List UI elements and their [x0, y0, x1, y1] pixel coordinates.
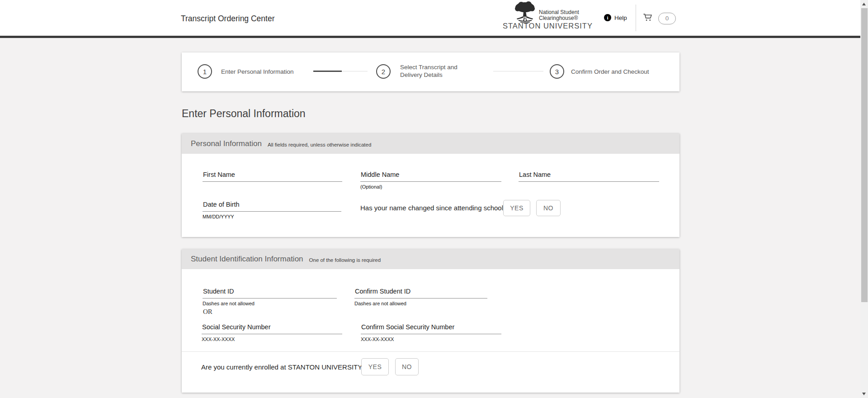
confirm-ssn-hint: XXX-XX-XXXX	[361, 336, 501, 342]
scrollbar-down-arrow-icon[interactable]	[862, 393, 866, 395]
last-name-field	[519, 171, 659, 182]
student-identification-note: One of the following is required	[309, 257, 381, 263]
step-1-label: Enter Personal Information	[221, 68, 294, 76]
confirm-ssn-input[interactable]	[361, 323, 501, 334]
school-name: STANTON UNIVERSITY	[503, 22, 593, 30]
student-id-hint: Dashes are not allowed	[203, 301, 337, 306]
step-2-label: Select Transcript and Delivery Details	[400, 64, 466, 79]
student-identification-card: Student Identification Information One o…	[182, 249, 679, 393]
cart-button[interactable]: 0	[642, 12, 676, 24]
step-3-number: 3	[555, 68, 559, 76]
step-3-circle: 3	[550, 64, 564, 79]
ssn-input[interactable]	[202, 323, 342, 334]
enrolled-no-button[interactable]: NO	[395, 358, 419, 375]
student-identification-title: Student Identification Information	[191, 255, 303, 264]
clearinghouse-logo-text: National Student Clearinghouse®	[539, 9, 579, 21]
step-2-circle: 2	[376, 64, 391, 79]
step-1-number: 1	[203, 68, 207, 76]
personal-information-header: Personal Information All fields required…	[182, 133, 679, 154]
enrolled-yes-button[interactable]: YES	[361, 358, 389, 375]
step-2-number: 2	[382, 68, 385, 76]
cart-count-badge: 0	[658, 13, 676, 24]
help-button[interactable]: i Help	[604, 14, 627, 21]
card-divider	[182, 351, 679, 352]
logo-line2: Clearinghouse®	[539, 15, 579, 21]
personal-information-card: Personal Information All fields required…	[182, 133, 679, 237]
ssn-field: XXX-XX-XXXX	[202, 323, 342, 342]
app-title: Transcript Ordering Center	[181, 14, 274, 24]
personal-information-note: All fields required, unless otherwise in…	[268, 142, 371, 147]
first-name-field	[203, 171, 342, 182]
confirm-student-id-field: Dashes are not allowed	[354, 287, 487, 306]
scrollbar-up-arrow-icon[interactable]	[862, 3, 866, 5]
step-connector-1	[342, 71, 368, 71]
info-icon: i	[604, 14, 611, 21]
middle-name-field: (Optional)	[360, 171, 501, 190]
date-of-birth-input[interactable]	[203, 201, 341, 212]
middle-name-hint: (Optional)	[360, 184, 501, 190]
student-identification-header: Student Identification Information One o…	[182, 249, 679, 269]
step-connector-2	[493, 71, 543, 71]
vertical-scrollbar[interactable]	[860, 0, 868, 398]
app-header: Transcript Ordering Center	[0, 0, 860, 38]
header-divider	[636, 5, 636, 31]
student-id-input[interactable]	[203, 288, 337, 298]
or-separator: OR	[203, 308, 212, 316]
help-label: Help	[614, 14, 627, 21]
date-of-birth-field: MM/DD/YYYY	[203, 200, 341, 219]
page-title: Enter Personal Information	[182, 108, 306, 120]
middle-name-input[interactable]	[360, 171, 501, 182]
progress-stepper: 1 Enter Personal Information 2 Select Tr…	[182, 52, 679, 91]
first-name-input[interactable]	[203, 171, 342, 182]
name-changed-yes-button[interactable]: YES	[503, 200, 530, 216]
student-id-field: Dashes are not allowed	[203, 287, 337, 306]
personal-information-title: Personal Information	[191, 139, 262, 148]
date-of-birth-hint: MM/DD/YYYY	[203, 214, 341, 219]
name-changed-no-button[interactable]: NO	[536, 200, 561, 216]
scrollbar-thumb[interactable]	[861, 8, 868, 302]
confirm-student-id-input[interactable]	[354, 288, 487, 298]
cart-icon	[642, 12, 653, 24]
confirm-ssn-field: XXX-XX-XXXX	[361, 323, 501, 342]
confirm-student-id-hint: Dashes are not allowed	[354, 301, 487, 306]
step-1-circle: 1	[198, 64, 212, 79]
transcript-ordering-page: Transcript Ordering Center	[0, 0, 868, 398]
currently-enrolled-question: Are you currently enrolled at STANTON UN…	[201, 363, 366, 371]
step-3-label: Confirm Order and Checkout	[571, 68, 649, 76]
step-connector-active	[313, 71, 342, 72]
last-name-input[interactable]	[519, 171, 659, 182]
name-changed-question: Has your name changed since attending sc…	[360, 204, 507, 212]
ssn-hint: XXX-XX-XXXX	[202, 336, 342, 342]
